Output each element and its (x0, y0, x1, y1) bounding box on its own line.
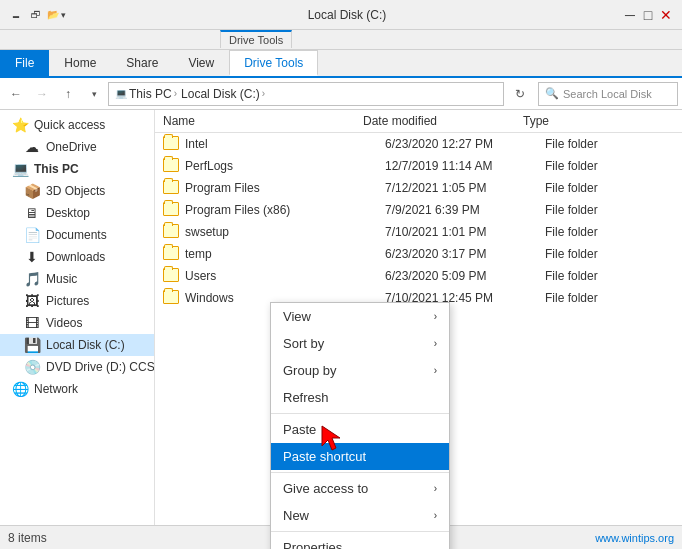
ctx-group-by[interactable]: Group by › (271, 357, 449, 384)
sidebar-item-network[interactable]: 🌐 Network (0, 378, 154, 400)
ctx-sort-by[interactable]: Sort by › (271, 330, 449, 357)
sidebar-item-dvd-drive[interactable]: 💿 DVD Drive (D:) CCS (0, 356, 154, 378)
col-header-date[interactable]: Date modified (363, 114, 523, 128)
item-count: 8 items (8, 531, 47, 545)
col-header-type[interactable]: Type (523, 114, 674, 128)
pictures-icon: 🖼 (24, 293, 40, 309)
videos-icon: 🎞 (24, 315, 40, 331)
file-name: Users (185, 269, 385, 283)
sidebar-item-pictures[interactable]: 🖼 Pictures (0, 290, 154, 312)
file-type: File folder (545, 247, 674, 261)
documents-icon: 📄 (24, 227, 40, 243)
table-row[interactable]: Users 6/23/2020 5:09 PM File folder (155, 265, 682, 287)
file-date: 7/10/2021 1:01 PM (385, 225, 545, 239)
minimize-icon[interactable]: 🗕 (8, 7, 24, 23)
ctx-properties[interactable]: Properties (271, 534, 449, 549)
drive-tools-label: Drive Tools (220, 30, 292, 48)
table-row[interactable]: PerfLogs 12/7/2019 11:14 AM File folder (155, 155, 682, 177)
up-button[interactable]: ↑ (56, 82, 80, 106)
max-btn[interactable]: □ (640, 7, 656, 23)
sidebar-item-onedrive[interactable]: ☁ OneDrive (0, 136, 154, 158)
file-date: 7/9/2021 6:39 PM (385, 203, 545, 217)
ctx-view[interactable]: View › (271, 303, 449, 330)
ctx-paste-label: Paste (283, 422, 316, 437)
sidebar-item-local-disk[interactable]: 💾 Local Disk (C:) (0, 334, 154, 356)
folder-icon (163, 180, 179, 196)
sidebar-item-quick-access[interactable]: ⭐ Quick access (0, 114, 154, 136)
computer-icon: 💻 (12, 161, 28, 177)
tab-share[interactable]: Share (111, 50, 173, 76)
folder-icon (163, 224, 179, 240)
table-row[interactable]: Program Files 7/12/2021 1:05 PM File fol… (155, 177, 682, 199)
context-menu: View › Sort by › Group by › Refresh Past… (270, 302, 450, 549)
file-list-header: Name Date modified Type (155, 110, 682, 133)
tab-drive-tools[interactable]: Drive Tools (229, 50, 318, 76)
ctx-refresh[interactable]: Refresh (271, 384, 449, 411)
sidebar-item-music[interactable]: 🎵 Music (0, 268, 154, 290)
refresh-button[interactable]: ↻ (508, 82, 532, 106)
address-bar[interactable]: 💻 This PC › Local Disk (C:) › (108, 82, 504, 106)
ctx-paste-shortcut[interactable]: Paste shortcut (271, 443, 449, 470)
star-icon: ⭐ (12, 117, 28, 133)
file-name: Program Files (x86) (185, 203, 385, 217)
sidebar: ⭐ Quick access ☁ OneDrive 💻 This PC 📦 3D… (0, 110, 155, 545)
ctx-new[interactable]: New › (271, 502, 449, 529)
ctx-new-label: New (283, 508, 309, 523)
address-part-disk: Local Disk (C:) › (181, 87, 265, 101)
folder-icon (163, 136, 179, 152)
search-icon: 🔍 (545, 87, 559, 100)
ctx-refresh-label: Refresh (283, 390, 329, 405)
ctx-give-access[interactable]: Give access to › (271, 475, 449, 502)
table-row[interactable]: temp 6/23/2020 3:17 PM File folder (155, 243, 682, 265)
ctx-paste[interactable]: Paste (271, 416, 449, 443)
title-bar-icons: 🗕 🗗 📂 ▾ (8, 7, 72, 23)
sidebar-item-3d-objects[interactable]: 📦 3D Objects (0, 180, 154, 202)
file-date: 12/7/2019 11:14 AM (385, 159, 545, 173)
tab-file[interactable]: File (0, 50, 49, 76)
ctx-give-access-label: Give access to (283, 481, 368, 496)
quick-access-toolbar: 📂 ▾ (48, 7, 64, 23)
file-date: 6/23/2020 5:09 PM (385, 269, 545, 283)
nav-bar: ← → ↑ ▾ 💻 This PC › Local Disk (C:) › ↻ … (0, 78, 682, 110)
tab-home[interactable]: Home (49, 50, 111, 76)
ctx-separator-3 (271, 531, 449, 532)
file-type: File folder (545, 225, 674, 239)
sidebar-item-desktop[interactable]: 🖥 Desktop (0, 202, 154, 224)
close-btn[interactable]: ✕ (658, 7, 674, 23)
window-title: Local Disk (C:) (72, 8, 622, 22)
ctx-group-arrow: › (434, 365, 437, 376)
sidebar-item-videos[interactable]: 🎞 Videos (0, 312, 154, 334)
search-placeholder: Search Local Disk (563, 88, 652, 100)
sidebar-item-documents[interactable]: 📄 Documents (0, 224, 154, 246)
maximize-icon[interactable]: 🗗 (28, 7, 44, 23)
file-type: File folder (545, 159, 674, 173)
chevron-icon-2: › (262, 88, 265, 99)
table-row[interactable]: swsetup 7/10/2021 1:01 PM File folder (155, 221, 682, 243)
min-btn[interactable]: ─ (622, 7, 638, 23)
ctx-give-access-arrow: › (434, 483, 437, 494)
sidebar-item-downloads[interactable]: ⬇ Downloads (0, 246, 154, 268)
back-button[interactable]: ← (4, 82, 28, 106)
file-type: File folder (545, 269, 674, 283)
file-name: Program Files (185, 181, 385, 195)
table-row[interactable]: Intel 6/23/2020 12:27 PM File folder (155, 133, 682, 155)
search-box[interactable]: 🔍 Search Local Disk (538, 82, 678, 106)
recent-locations-button[interactable]: ▾ (82, 82, 106, 106)
file-date: 7/12/2021 1:05 PM (385, 181, 545, 195)
folder-icon (163, 202, 179, 218)
table-row[interactable]: Program Files (x86) 7/9/2021 6:39 PM Fil… (155, 199, 682, 221)
forward-button[interactable]: → (30, 82, 54, 106)
dvd-icon: 💿 (24, 359, 40, 375)
ctx-view-label: View (283, 309, 311, 324)
tab-view[interactable]: View (173, 50, 229, 76)
ribbon-tabs: File Home Share View Drive Tools (0, 50, 682, 78)
file-type: File folder (545, 203, 674, 217)
col-header-name[interactable]: Name (163, 114, 363, 128)
downloads-icon: ⬇ (24, 249, 40, 265)
ctx-sort-label: Sort by (283, 336, 324, 351)
ctx-paste-shortcut-label: Paste shortcut (283, 449, 366, 464)
folder-icon (163, 290, 179, 306)
file-type: File folder (545, 291, 674, 305)
sidebar-item-this-pc[interactable]: 💻 This PC (0, 158, 154, 180)
ctx-separator-2 (271, 472, 449, 473)
